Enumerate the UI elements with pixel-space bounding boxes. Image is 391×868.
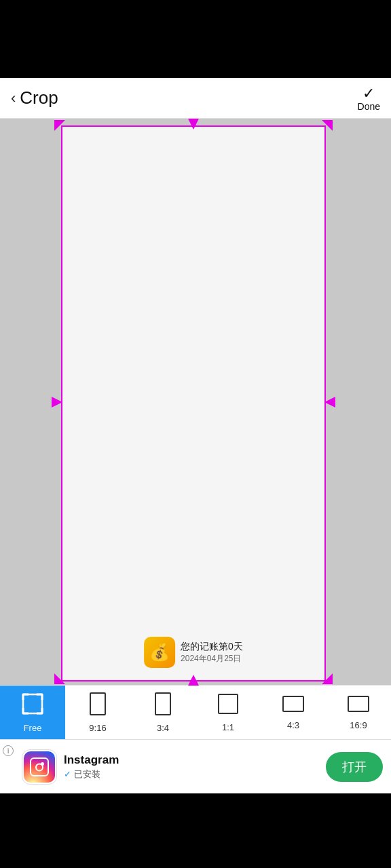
toolbar-item-free[interactable]: Free <box>0 686 65 739</box>
toolbar-label-4:3: 4:3 <box>287 720 299 730</box>
toolbar-icon-16:9 <box>347 695 370 717</box>
handle-middle-left[interactable] <box>49 396 64 411</box>
toolbar-icon-1:1 <box>217 693 239 719</box>
done-check-icon: ✓ <box>362 85 375 102</box>
toolbar-icon-3:4 <box>153 692 172 720</box>
watermark-text: 您的记账第0天 2024年04月25日 <box>181 641 243 665</box>
svg-rect-21 <box>348 696 369 711</box>
toolbar-icon-4:3 <box>282 695 305 717</box>
toolbar-item-4:3[interactable]: 4:3 <box>261 695 326 730</box>
done-label: Done <box>358 101 380 112</box>
instagram-icon <box>24 751 55 783</box>
ad-info-icon[interactable]: i <box>3 745 14 756</box>
ad-content: Instagram ✓ 已安装 <box>64 753 319 781</box>
toolbar-label-free: Free <box>24 723 42 733</box>
ad-app-icon <box>22 749 57 785</box>
handle-top-center[interactable] <box>187 117 200 134</box>
svg-marker-7 <box>322 673 333 684</box>
svg-marker-3 <box>52 397 62 408</box>
ig-circle <box>35 763 43 771</box>
ad-banner: i Instagram ✓ 已安装 打开 <box>0 739 391 793</box>
page-title: Crop <box>20 87 58 108</box>
back-icon[interactable]: ‹ <box>11 90 16 107</box>
svg-rect-8 <box>23 694 42 713</box>
svg-rect-18 <box>155 693 170 715</box>
watermark-app-icon: 💰 <box>144 637 175 668</box>
svg-rect-19 <box>219 694 238 713</box>
header-left: ‹ Crop <box>11 87 58 108</box>
crop-toolbar: Free9:163:41:14:316:9 <box>0 685 391 739</box>
toolbar-label-9:16: 9:16 <box>89 723 106 733</box>
toolbar-label-16:9: 16:9 <box>350 720 367 730</box>
handle-bottom-left[interactable] <box>52 671 68 690</box>
toolbar-icon-9:16 <box>88 692 107 720</box>
svg-marker-6 <box>188 675 199 686</box>
watermark-title: 您的记账第0天 <box>181 641 243 653</box>
toolbar-label-1:1: 1:1 <box>222 722 234 732</box>
svg-rect-20 <box>283 696 303 711</box>
svg-marker-5 <box>54 673 65 684</box>
toolbar-item-9:16[interactable]: 9:16 <box>65 692 130 733</box>
bottom-bar <box>0 793 391 868</box>
svg-marker-4 <box>324 397 335 408</box>
watermark-emoji: 💰 <box>149 643 170 662</box>
svg-rect-17 <box>90 693 105 715</box>
handle-top-left[interactable] <box>52 117 68 136</box>
handle-top-right[interactable] <box>319 117 335 136</box>
svg-marker-0 <box>54 120 65 131</box>
ad-open-button[interactable]: 打开 <box>326 752 383 782</box>
crop-area: 💰 您的记账第0天 2024年04月25日 <box>0 119 391 685</box>
svg-marker-2 <box>322 120 333 131</box>
ad-installed-status: ✓ 已安装 <box>64 768 319 781</box>
handle-bottom-right[interactable] <box>319 671 335 690</box>
watermark-date: 2024年04月25日 <box>181 653 243 665</box>
toolbar-item-16:9[interactable]: 16:9 <box>326 695 391 730</box>
header: ‹ Crop ✓ Done <box>0 78 391 119</box>
handle-bottom-center[interactable] <box>187 673 200 690</box>
toolbar-icon-free <box>21 692 44 720</box>
toolbar-item-1:1[interactable]: 1:1 <box>196 693 261 732</box>
watermark: 💰 您的记账第0天 2024年04月25日 <box>144 637 243 668</box>
toolbar-label-3:4: 3:4 <box>157 723 169 733</box>
installed-label: 已安装 <box>74 768 100 781</box>
svg-marker-1 <box>188 119 199 130</box>
installed-check-icon: ✓ <box>64 769 71 779</box>
done-button[interactable]: ✓ Done <box>358 85 380 112</box>
toolbar-item-3:4[interactable]: 3:4 <box>130 692 196 733</box>
ad-app-name: Instagram <box>64 753 319 767</box>
crop-box[interactable]: 💰 您的记账第0天 2024年04月25日 <box>61 125 326 682</box>
ig-inner <box>30 757 49 776</box>
handle-middle-right[interactable] <box>323 396 338 411</box>
status-bar <box>0 0 391 78</box>
